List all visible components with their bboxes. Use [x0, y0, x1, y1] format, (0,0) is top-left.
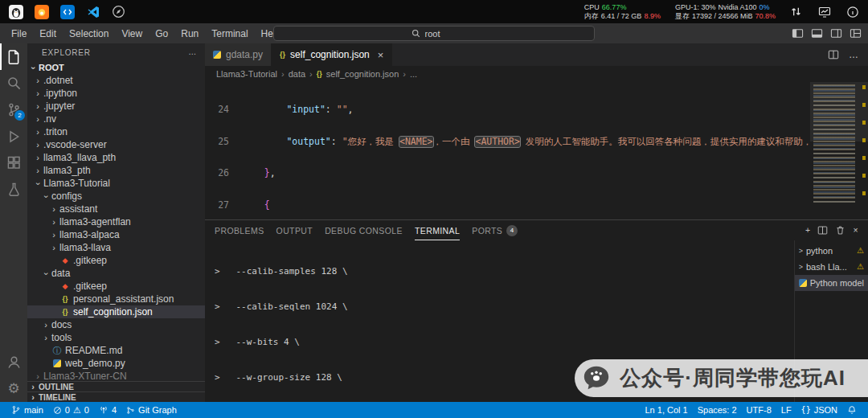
menu-go[interactable]: Go [149, 23, 174, 43]
code-line[interactable]: 25 "output": "您好，我是 <NAME>，一个由 <AUTHOR> … [205, 137, 810, 147]
tree-item[interactable]: .dotnet [27, 74, 205, 87]
code-token: "output" [242, 137, 331, 147]
tree-item[interactable]: llama3_pth [27, 164, 205, 177]
settings-gear-icon[interactable] [0, 375, 27, 402]
code-line[interactable]: 27 { [205, 200, 810, 211]
activity-extensions[interactable] [0, 150, 27, 176]
tree-root[interactable]: ROOT [27, 61, 205, 74]
panel-tab-label: TERMINAL [415, 226, 460, 236]
git-graph-item[interactable]: Git Graph [121, 402, 182, 418]
code-line[interactable]: 24 "input": "", [205, 104, 810, 115]
menu-view[interactable]: View [115, 23, 149, 43]
toggle-secondary-sidebar-icon[interactable] [830, 27, 842, 39]
minimap[interactable] [810, 82, 868, 219]
breadcrumb[interactable]: Llama3-Tutorial data self_cognition.json… [205, 66, 868, 82]
split-terminal-icon[interactable] [817, 225, 828, 236]
tree-item[interactable]: assistant [27, 203, 205, 215]
tree-item[interactable]: web_demo.py [27, 357, 205, 370]
close-panel-icon[interactable] [853, 226, 858, 235]
vram-value: 17392 / 24566 MiB [692, 12, 753, 21]
activity-search[interactable] [0, 70, 27, 96]
tree-item[interactable]: .vscode-server [27, 138, 205, 151]
toggle-panel-icon[interactable] [811, 27, 823, 39]
terminal-list-item-selected[interactable]: Python model [795, 275, 868, 291]
tree-item[interactable]: tools [27, 331, 205, 344]
tree-item[interactable]: llama3-llava [27, 241, 205, 254]
forwarded-ports-item[interactable]: 4 [94, 402, 121, 418]
tree-item[interactable]: .gitkeep [27, 254, 205, 267]
tree-item[interactable]: llama3_llava_pth [27, 151, 205, 164]
explorer-more-actions-icon[interactable] [188, 48, 197, 56]
customize-layout-icon[interactable] [850, 27, 862, 39]
code-token: "" [337, 104, 348, 115]
panel-tab-label: DEBUG CONSOLE [325, 226, 403, 236]
tab-self-cognition-json[interactable]: self_cognition.json [272, 43, 392, 66]
tree-item[interactable]: llama3-alpaca [27, 228, 205, 241]
code-area[interactable]: 24 "input": "", 25 "output": "您好，我是 <NAM… [205, 82, 810, 219]
indentation[interactable]: Spaces: 2 [693, 402, 742, 418]
menu-run[interactable]: Run [174, 23, 205, 43]
encoding[interactable]: UTF-8 [742, 402, 776, 418]
tree-item[interactable]: Llama3-Tutorial [27, 177, 205, 190]
code-editor[interactable]: 24 "input": "", 25 "output": "您好，我是 <NAM… [205, 82, 868, 219]
kill-terminal-icon[interactable] [835, 225, 845, 236]
tree-item[interactable]: llama3-agentflan [27, 215, 205, 228]
editor-more-actions-icon[interactable] [849, 50, 858, 59]
tree-item[interactable]: .nv [27, 113, 205, 125]
tree-item[interactable]: docs [27, 318, 205, 331]
notifications-item[interactable] [842, 402, 862, 418]
breadcrumb-folder[interactable]: data [289, 69, 305, 79]
code-line[interactable]: 26 }, [205, 168, 810, 178]
chevron-right-icon [27, 393, 39, 402]
language-mode[interactable]: JSON [796, 402, 842, 418]
tree-item[interactable]: .triton [27, 125, 205, 138]
tree-item[interactable]: data [27, 267, 205, 280]
account-icon[interactable] [0, 349, 27, 375]
menu-terminal[interactable]: Terminal [205, 23, 254, 43]
tree-item[interactable]: Llama3-XTuner-CN [27, 370, 205, 381]
activity-source-control[interactable]: 2 [0, 96, 27, 123]
monitor-icon[interactable] [817, 4, 832, 19]
tab-terminal[interactable]: TERMINAL [415, 220, 460, 240]
tree-item-selected[interactable]: self_cognition.json [27, 305, 205, 318]
toggle-sidebar-icon[interactable] [792, 27, 804, 39]
menu-selection[interactable]: Selection [63, 23, 115, 43]
updown-arrows-icon[interactable] [788, 4, 804, 19]
tree-item[interactable]: configs [27, 190, 205, 203]
problems-item[interactable]: 0 0 [48, 402, 94, 418]
new-terminal-icon[interactable] [805, 226, 811, 235]
cursor-position[interactable]: Ln 1, Col 1 [640, 402, 692, 418]
split-editor-icon[interactable] [828, 49, 839, 60]
command-search-box[interactable] [273, 26, 595, 41]
activity-testing[interactable] [0, 176, 27, 203]
chevron-right-icon [32, 128, 43, 137]
tree-item[interactable]: .gitkeep [27, 280, 205, 293]
tree-item[interactable]: .jupyter [27, 100, 205, 113]
tree-item[interactable]: personal_assistant.json [27, 293, 205, 305]
tree-item[interactable]: .ipython [27, 87, 205, 100]
tab-debug-console[interactable]: DEBUG CONSOLE [325, 220, 403, 240]
eol[interactable]: LF [776, 402, 796, 418]
menu-edit[interactable]: Edit [33, 23, 63, 43]
git-branch-item[interactable]: main [6, 402, 48, 418]
tab-output[interactable]: OUTPUT [276, 220, 313, 240]
line-col-label: Ln 1, Col 1 [645, 405, 687, 415]
tab-problems[interactable]: PROBLEMS [215, 220, 264, 240]
terminal-list-item[interactable]: python [795, 243, 868, 259]
breadcrumb-folder[interactable]: Llama3-Tutorial [216, 69, 277, 79]
tab-gdata-py[interactable]: gdata.py [205, 43, 272, 66]
search-input[interactable] [425, 29, 457, 39]
activity-explorer[interactable] [0, 43, 27, 70]
tree-item[interactable]: README.md [27, 344, 205, 357]
info-icon[interactable] [845, 4, 860, 19]
breadcrumb-symbol[interactable]: ... [410, 69, 417, 79]
close-tab-icon[interactable] [378, 50, 384, 60]
outline-section[interactable]: OUTLINE [27, 381, 205, 391]
timeline-section[interactable]: TIMELINE [27, 391, 205, 402]
breadcrumb-file[interactable]: self_cognition.json [326, 69, 399, 79]
terminal-list-item[interactable]: bash Lla... [795, 259, 868, 275]
menu-file[interactable]: File [5, 23, 33, 43]
activity-run-debug[interactable] [0, 123, 27, 150]
app-logo-icon [8, 4, 23, 19]
tab-ports[interactable]: PORTS4 [472, 220, 518, 240]
